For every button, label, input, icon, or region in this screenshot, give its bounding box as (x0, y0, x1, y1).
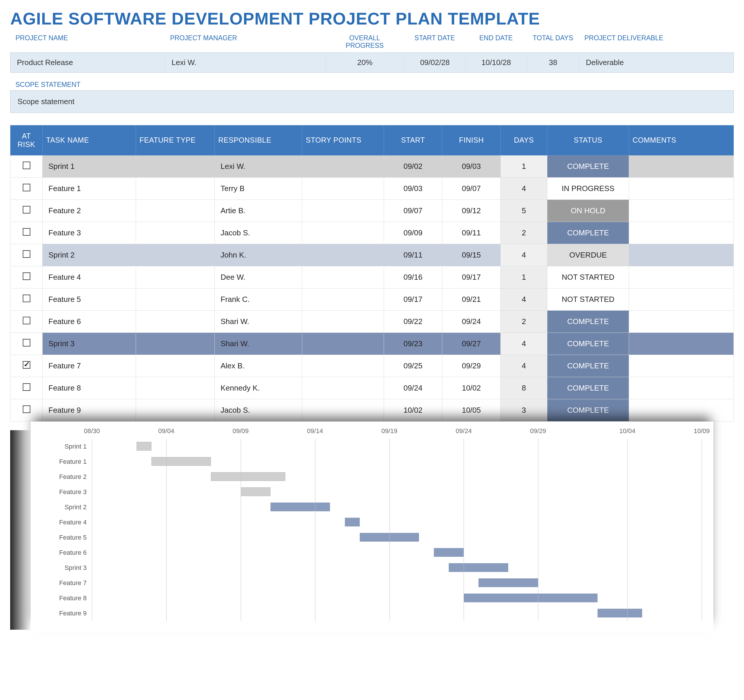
status-cell[interactable]: OVERDUE (548, 244, 629, 266)
checkbox-icon[interactable] (23, 383, 30, 391)
at-risk-cell[interactable] (10, 199, 43, 221)
comments-cell[interactable] (629, 355, 734, 377)
responsible-cell[interactable]: Shari W. (215, 333, 302, 355)
task-name-cell[interactable]: Feature 7 (43, 355, 136, 377)
finish-cell[interactable]: 09/27 (442, 333, 501, 355)
val-deliverable[interactable]: Deliverable (579, 53, 734, 72)
feature-type-cell[interactable] (136, 310, 215, 333)
comments-cell[interactable] (629, 221, 734, 244)
task-name-cell[interactable]: Feature 6 (43, 310, 136, 333)
status-cell[interactable]: NOT STARTED (548, 288, 629, 310)
at-risk-cell[interactable] (10, 355, 43, 377)
task-name-cell[interactable]: Sprint 2 (43, 244, 136, 266)
days-cell[interactable]: 4 (501, 333, 548, 355)
comments-cell[interactable] (629, 310, 734, 333)
start-cell[interactable]: 09/11 (384, 244, 442, 266)
feature-type-cell[interactable] (136, 199, 215, 221)
finish-cell[interactable]: 09/11 (442, 221, 501, 244)
comments-cell[interactable] (629, 377, 734, 399)
responsible-cell[interactable]: Alex B. (215, 355, 302, 377)
task-name-cell[interactable]: Feature 4 (43, 266, 136, 288)
feature-type-cell[interactable] (136, 177, 215, 199)
feature-type-cell[interactable] (136, 266, 215, 288)
status-cell[interactable]: COMPLETE (548, 355, 629, 377)
days-cell[interactable]: 5 (501, 199, 548, 221)
val-overall-progress[interactable]: 20% (326, 53, 405, 72)
start-cell[interactable]: 09/02 (384, 155, 442, 177)
comments-cell[interactable] (629, 266, 734, 288)
comments-cell[interactable] (629, 288, 734, 310)
feature-type-cell[interactable] (136, 399, 215, 421)
finish-cell[interactable]: 09/15 (442, 244, 501, 266)
start-cell[interactable]: 10/02 (384, 399, 442, 421)
status-cell[interactable]: COMPLETE (548, 399, 629, 421)
story-points-cell[interactable] (302, 377, 384, 399)
at-risk-cell[interactable] (10, 177, 43, 199)
finish-cell[interactable]: 10/05 (442, 399, 501, 421)
at-risk-cell[interactable] (10, 221, 43, 244)
story-points-cell[interactable] (302, 266, 384, 288)
val-end-date[interactable]: 10/10/28 (466, 53, 527, 72)
checkbox-icon[interactable] (23, 294, 30, 302)
days-cell[interactable]: 4 (501, 288, 548, 310)
task-name-cell[interactable]: Sprint 3 (43, 333, 136, 355)
checkbox-icon[interactable] (23, 206, 30, 214)
at-risk-cell[interactable] (10, 244, 43, 266)
start-cell[interactable]: 09/03 (384, 177, 442, 199)
days-cell[interactable]: 1 (501, 266, 548, 288)
checkbox-icon[interactable] (23, 228, 30, 236)
responsible-cell[interactable]: John K. (215, 244, 302, 266)
comments-cell[interactable] (629, 155, 734, 177)
feature-type-cell[interactable] (136, 355, 215, 377)
checkbox-icon[interactable] (23, 317, 30, 324)
at-risk-cell[interactable] (10, 266, 43, 288)
val-start-date[interactable]: 09/02/28 (405, 53, 466, 72)
feature-type-cell[interactable] (136, 288, 215, 310)
val-project-name[interactable]: Product Release (10, 53, 165, 72)
responsible-cell[interactable]: Frank C. (215, 288, 302, 310)
finish-cell[interactable]: 10/02 (442, 377, 501, 399)
start-cell[interactable]: 09/24 (384, 377, 442, 399)
story-points-cell[interactable] (302, 288, 384, 310)
at-risk-cell[interactable] (10, 377, 43, 399)
checkbox-icon[interactable] (23, 250, 30, 258)
task-name-cell[interactable]: Feature 1 (43, 177, 136, 199)
comments-cell[interactable] (629, 199, 734, 221)
at-risk-cell[interactable] (10, 310, 43, 333)
checkbox-icon[interactable] (23, 406, 30, 413)
status-cell[interactable]: COMPLETE (548, 221, 629, 244)
responsible-cell[interactable]: Jacob S. (215, 399, 302, 421)
checkbox-icon[interactable] (23, 361, 30, 369)
at-risk-cell[interactable] (10, 399, 43, 421)
days-cell[interactable]: 3 (501, 399, 548, 421)
status-cell[interactable]: COMPLETE (548, 310, 629, 333)
feature-type-cell[interactable] (136, 244, 215, 266)
comments-cell[interactable] (629, 399, 734, 421)
checkbox-icon[interactable] (23, 184, 30, 191)
responsible-cell[interactable]: Jacob S. (215, 221, 302, 244)
responsible-cell[interactable]: Terry B (215, 177, 302, 199)
days-cell[interactable]: 1 (501, 155, 548, 177)
story-points-cell[interactable] (302, 310, 384, 333)
task-name-cell[interactable]: Feature 5 (43, 288, 136, 310)
start-cell[interactable]: 09/25 (384, 355, 442, 377)
story-points-cell[interactable] (302, 221, 384, 244)
days-cell[interactable]: 2 (501, 221, 548, 244)
task-name-cell[interactable]: Feature 3 (43, 221, 136, 244)
story-points-cell[interactable] (302, 333, 384, 355)
task-name-cell[interactable]: Feature 9 (43, 399, 136, 421)
comments-cell[interactable] (629, 177, 734, 199)
story-points-cell[interactable] (302, 399, 384, 421)
days-cell[interactable]: 4 (501, 355, 548, 377)
start-cell[interactable]: 09/22 (384, 310, 442, 333)
feature-type-cell[interactable] (136, 333, 215, 355)
finish-cell[interactable]: 09/24 (442, 310, 501, 333)
story-points-cell[interactable] (302, 244, 384, 266)
finish-cell[interactable]: 09/12 (442, 199, 501, 221)
status-cell[interactable]: NOT STARTED (548, 266, 629, 288)
status-cell[interactable]: COMPLETE (548, 377, 629, 399)
days-cell[interactable]: 2 (501, 310, 548, 333)
start-cell[interactable]: 09/17 (384, 288, 442, 310)
finish-cell[interactable]: 09/17 (442, 266, 501, 288)
days-cell[interactable]: 4 (501, 244, 548, 266)
